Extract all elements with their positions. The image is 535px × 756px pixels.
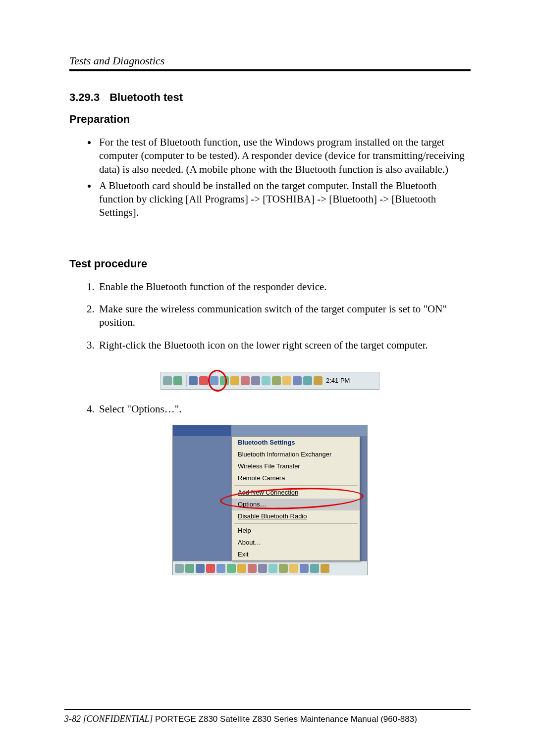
menu-item-remote-camera[interactable]: Remote Camera — [232, 472, 360, 484]
folder-icon — [282, 376, 291, 385]
updates-icon — [314, 376, 322, 385]
vol2-icon — [230, 376, 239, 385]
tablet-icon — [185, 564, 194, 573]
power-icon — [303, 376, 312, 385]
document-page: Tests and Diagnostics 3.29.3Bluetooth te… — [0, 0, 535, 756]
running-header: Tests and Diagnostics — [69, 54, 471, 67]
annotation-circle — [207, 369, 228, 393]
pen-icon — [163, 376, 172, 385]
section-number: 3.29.3 — [69, 91, 100, 103]
window-titlebar — [173, 425, 367, 436]
menu-separator — [234, 485, 358, 486]
procedure-heading: Test procedure — [69, 257, 471, 270]
folder-icon — [289, 564, 298, 573]
fn-icon — [293, 376, 302, 385]
bluetooth-context-menu: Bluetooth Settings Bluetooth Information… — [231, 436, 360, 561]
vol3-icon — [241, 376, 250, 385]
tray-separator — [186, 375, 187, 387]
vol1-icon — [227, 564, 236, 573]
menu-item-about[interactable]: About… — [232, 537, 360, 549]
shield-icon — [216, 564, 225, 573]
procedure-list: Enable the Bluetooth function of the res… — [69, 280, 471, 352]
header-rule — [69, 69, 471, 71]
power-icon — [310, 564, 319, 573]
list-item: Right-click the Bluetooth icon on the lo… — [97, 339, 471, 352]
chip-icon — [279, 564, 288, 573]
pen-icon — [175, 564, 184, 573]
screen1-icon — [189, 376, 198, 385]
footer-rule — [64, 709, 471, 710]
menu-separator — [234, 523, 358, 524]
net-icon — [251, 376, 260, 385]
tablet-icon — [173, 376, 182, 385]
confidential-label: [CONFIDENTIAL] — [83, 714, 153, 724]
procedure-list-cont: Select "Options…". — [69, 403, 471, 416]
taskbar-clock: 2:41 PM — [326, 377, 350, 384]
taskbar-figure: 2:41 PM — [160, 372, 379, 390]
fn-icon — [300, 564, 309, 573]
preparation-list: For the test of Bluetooth function, use … — [69, 136, 471, 220]
list-item: Make sure the wireless communication swi… — [97, 302, 471, 330]
list-item: A Bluetooth card should be installed on … — [97, 179, 471, 220]
section-heading: 3.29.3Bluetooth test — [69, 91, 471, 104]
vol2-icon — [237, 564, 246, 573]
figure-taskbar — [173, 561, 367, 575]
context-menu-figure: Bluetooth Settings Bluetooth Information… — [172, 425, 368, 575]
net-icon — [258, 564, 267, 573]
list-item: Enable the Bluetooth function of the res… — [97, 280, 471, 294]
menu-item-info-exchanger[interactable]: Bluetooth Information Exchanger — [232, 449, 360, 460]
bluetooth-icon[interactable] — [206, 564, 215, 573]
menu-item-bluetooth-settings[interactable]: Bluetooth Settings — [232, 437, 360, 449]
section-title: Bluetooth test — [109, 91, 183, 103]
manual-title-text: PORTEGE Z830 Satellite Z830 Series Maint… — [155, 714, 417, 724]
list-item: For the test of Bluetooth function, use … — [97, 136, 471, 176]
screen1-icon — [196, 564, 205, 573]
menu-item-help[interactable]: Help — [232, 525, 360, 537]
display-icon — [268, 564, 277, 573]
page-number: 3-82 — [64, 714, 81, 724]
menu-item-wireless-file-transfer[interactable]: Wireless File Transfer — [232, 460, 360, 472]
preparation-heading: Preparation — [69, 113, 471, 126]
menu-item-disable-bluetooth-radio[interactable]: Disable Bluetooth Radio — [232, 510, 360, 522]
chip-icon — [272, 376, 281, 385]
page-footer: 3-82 [CONFIDENTIAL] PORTEGE Z830 Satelli… — [64, 709, 471, 724]
vol3-icon — [248, 564, 257, 573]
menu-item-exit[interactable]: Exit — [232, 549, 360, 560]
updates-icon — [321, 564, 329, 573]
list-item: Select "Options…". — [97, 403, 471, 416]
display-icon — [262, 376, 270, 385]
bluetooth-icon[interactable] — [199, 376, 208, 385]
